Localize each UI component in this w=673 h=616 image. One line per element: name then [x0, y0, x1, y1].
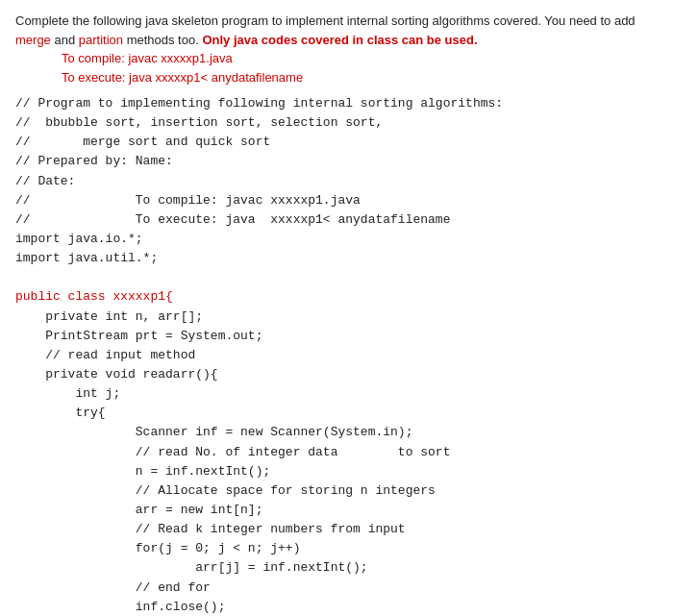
code-line-5: // Date: [15, 172, 658, 191]
description-block: Complete the following java skeleton pro… [15, 12, 658, 86]
code-line-23: for(j = 0; j < n; j++) [15, 539, 658, 558]
code-line-24: arr[j] = inf.nextInt(); [15, 558, 658, 578]
code-line-7: // To execute: java xxxxxp1< anydatafile… [15, 210, 658, 230]
code-line-12: PrintStream prt = System.out; [15, 327, 658, 346]
code-line-8: import java.io.*; [15, 230, 658, 249]
code-block: // Program to implementing following int… [15, 94, 658, 616]
code-line-22: // Read k integer numbers from input [15, 520, 658, 539]
code-line-6: // To compile: javac xxxxxp1.java [15, 191, 658, 210]
code-line-21: arr = new int[n]; [15, 501, 658, 520]
merge-keyword: merge [15, 33, 51, 47]
code-line-9: import java.util.*; [15, 249, 658, 268]
code-line-20: // Allocate space for storing n integers [15, 481, 658, 501]
code-line-14: private void readarr(){ [15, 365, 658, 384]
methods-text: methods too. [123, 33, 202, 47]
code-line-18: // read No. of integer data to sort [15, 443, 658, 462]
code-line-25: // end for [15, 579, 658, 598]
intro-text: Complete the following java skeleton pro… [15, 13, 636, 28]
code-line-blank [15, 268, 658, 287]
compile-label: To compile: [62, 51, 128, 65]
execute-cmd: java xxxxxp1< anydatafilename [129, 70, 303, 85]
code-line-4: // Prepared by: Name: [15, 152, 658, 171]
code-line-10: public class xxxxxp1{ [15, 287, 658, 307]
warning-text: Only java codes covered in class can be … [202, 33, 477, 47]
code-line-16: try{ [15, 404, 658, 423]
code-line-2: // bbubble sort, insertion sort, selecti… [15, 113, 658, 133]
code-line-11: private int n, arr[]; [15, 308, 658, 327]
code-line-26: inf.close(); [15, 598, 658, 616]
compile-cmd: javac xxxxxp1.java [128, 51, 232, 65]
code-line-13: // read input method [15, 346, 658, 365]
code-line-19: n = inf.nextInt(); [15, 462, 658, 481]
code-line-17: Scanner inf = new Scanner(System.in); [15, 423, 658, 442]
code-line-1: // Program to implementing following int… [15, 94, 658, 113]
execute-label: To execute: [62, 70, 129, 85]
code-line-3: // merge sort and quick sort [15, 133, 658, 152]
and-text: and [51, 33, 79, 47]
code-line-15: int j; [15, 384, 658, 404]
partition-keyword: partition [79, 33, 123, 47]
